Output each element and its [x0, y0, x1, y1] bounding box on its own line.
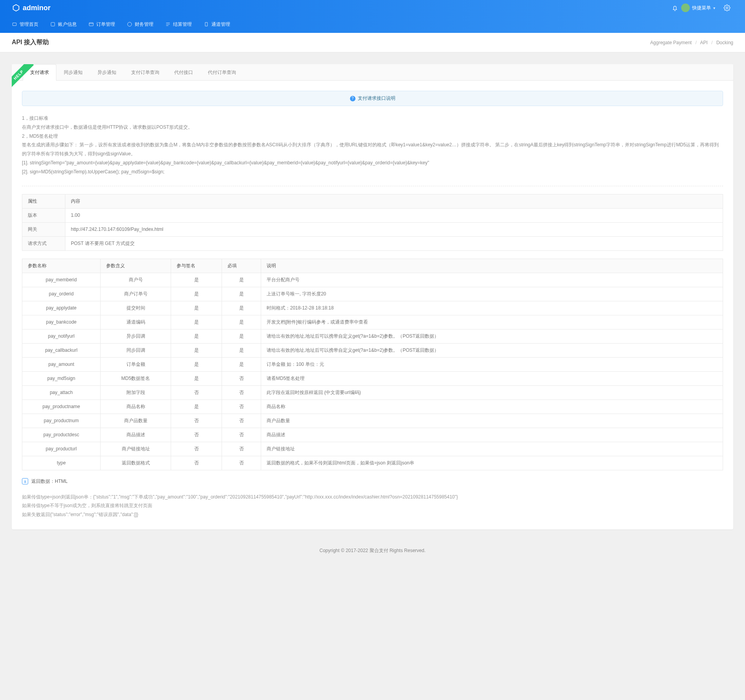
p-required: 是: [222, 343, 261, 357]
p-required: 是: [222, 357, 261, 371]
kv-val: http://47.242.170.147:60109/Pay_Index.ht…: [65, 222, 723, 236]
p-meaning: 商户号: [101, 273, 171, 287]
tab-payout[interactable]: 代付接口: [167, 64, 200, 81]
return-lines: 如果传值type=json则返回json串：{"ststus":"1","msg…: [22, 493, 723, 519]
p-meaning: 同步回调: [101, 343, 171, 357]
p-name: pay_orderid: [22, 287, 101, 301]
quick-menu-dropdown[interactable]: 快捷菜单 ▾: [681, 4, 715, 12]
p-name: pay_producturl: [22, 442, 101, 456]
kv-key: 请求方式: [22, 236, 65, 250]
desc-line: 签名生成的通用步骤如下： 第一步，设所有发送或者接收到的数据为集合M，将集合M内…: [22, 140, 723, 158]
breadcrumb: Aggregate Payment / API / Docking: [650, 40, 733, 45]
p-required: 是: [222, 315, 261, 329]
p-required: 否: [222, 371, 261, 385]
p-meaning: 商户链接地址: [101, 442, 171, 456]
p-desc: 上送订单号唯一, 字符长度20: [261, 287, 723, 301]
tabs: 支付请求 同步通知 异步通知 支付订单查询 代付接口 代付订单查询: [12, 64, 733, 81]
ph3: 必填: [222, 259, 261, 273]
kv-val: POST 请不要用 GET 方式提交: [65, 236, 723, 250]
brand-text: adminor: [23, 4, 51, 12]
svg-point-4: [128, 22, 132, 27]
p-meaning: 商户品数量: [101, 414, 171, 428]
table-row: pay_orderid 商户订单号 是 是 上送订单号唯一, 字符长度20: [22, 287, 723, 301]
info-bar: ? 支付请求接口说明: [22, 91, 723, 106]
desc-line: [2]. sign=MD5(stringSignTemp).toUpperCas…: [22, 167, 723, 176]
p-desc: 商品描述: [261, 428, 723, 442]
p-name: pay_md5sign: [22, 371, 101, 385]
p-sign: 是: [171, 273, 222, 287]
p-sign: 否: [171, 428, 222, 442]
p-meaning: 返回数据格式: [101, 456, 171, 470]
kv-key: 版本: [22, 208, 65, 222]
table-row: pay_attach 附加字段 否 否 此字段在返回时按原样返回 (中文需要ur…: [22, 385, 723, 399]
nav-home-label: 管理首页: [20, 21, 38, 28]
p-required: 否: [222, 456, 261, 470]
nav-settle[interactable]: 结算管理: [165, 16, 192, 33]
kv-val: 1.00: [65, 208, 723, 222]
p-meaning: 商品名称: [101, 399, 171, 414]
nav-finance[interactable]: 财务管理: [127, 16, 153, 33]
p-name: pay_productdesc: [22, 428, 101, 442]
brand-logo[interactable]: adminor: [12, 4, 51, 12]
nav-account[interactable]: 账户信息: [50, 16, 77, 33]
chevron-down-icon: ▾: [713, 6, 715, 10]
nav-orders[interactable]: 订单管理: [88, 16, 115, 33]
p-sign: 是: [171, 399, 222, 414]
p-required: 否: [222, 414, 261, 428]
p-name: pay_applydate: [22, 301, 101, 315]
ph1: 参数含义: [101, 259, 171, 273]
p-meaning: 提交时间: [101, 301, 171, 315]
p-desc: 此字段在返回时按原样返回 (中文需要url编码): [261, 385, 723, 399]
p-sign: 是: [171, 329, 222, 343]
tab-pay-query[interactable]: 支付订单查询: [124, 64, 167, 81]
table-row: pay_applydate 提交时间 是 是 时间格式：2018-12-28 1…: [22, 301, 723, 315]
table-row: pay_productdesc 商品描述 否 否 商品描述: [22, 428, 723, 442]
table-row: pay_bankcode 通道编码 是 是 开发文档[附件]银行编码参考，或通道…: [22, 315, 723, 329]
avatar: [681, 4, 690, 12]
gear-icon[interactable]: [721, 4, 733, 11]
table-row: pay_productname 商品名称 是 否 商品名称: [22, 399, 723, 414]
p-name: pay_callbackurl: [22, 343, 101, 357]
desc-line: 2，MD5签名处理: [22, 132, 723, 141]
desc-line: [1]. stringSignTemp="pay_amount={value}&…: [22, 158, 723, 167]
tab-payout-query[interactable]: 代付订单查询: [200, 64, 244, 81]
nav-finance-label: 财务管理: [135, 21, 153, 28]
crumb-1[interactable]: API: [700, 40, 707, 45]
p-meaning: 商品描述: [101, 428, 171, 442]
p-required: 否: [222, 385, 261, 399]
nav-orders-label: 订单管理: [96, 21, 115, 28]
nav-home[interactable]: 管理首页: [12, 16, 38, 33]
p-meaning: 附加字段: [101, 385, 171, 399]
nav-channel-label: 通道管理: [211, 21, 230, 28]
desc-line: 在商户支付请求接口中，数据通信是使用HTTP协议，请求数据以POST形式提交。: [22, 123, 723, 132]
kv-h1: 内容: [65, 194, 723, 208]
tab-sync-notify[interactable]: 同步通知: [56, 64, 90, 81]
p-name: pay_attach: [22, 385, 101, 399]
ph2: 参与签名: [171, 259, 222, 273]
p-desc: 返回数据的格式，如果不传则返回html页面，如果值=json 则返回json串: [261, 456, 723, 470]
p-desc: 平台分配商户号: [261, 273, 723, 287]
nav-settle-label: 结算管理: [173, 21, 192, 28]
p-meaning: 异步回调: [101, 329, 171, 343]
p-required: 否: [222, 428, 261, 442]
table-row: pay_callbackurl 同步回调 是 是 请给出有效的地址,地址后可以携…: [22, 343, 723, 357]
bell-icon[interactable]: [669, 4, 681, 11]
p-required: 否: [222, 442, 261, 456]
table-row: 请求方式 POST 请不要用 GET 方式提交: [22, 236, 723, 250]
p-required: 是: [222, 301, 261, 315]
svg-rect-1: [13, 23, 16, 26]
quick-menu-label: 快捷菜单: [692, 5, 711, 11]
page-title: API 接入帮助: [12, 38, 49, 47]
table-row: pay_md5sign MD5数据签名 是 否 请看MD5签名处理: [22, 371, 723, 385]
tab-async-notify[interactable]: 异步通知: [90, 64, 124, 81]
table-row: pay_notifyurl 异步回调 是 是 请给出有效的地址,地址后可以携带自…: [22, 329, 723, 343]
nav-channel[interactable]: 通道管理: [204, 16, 230, 33]
p-desc: 请给出有效的地址,地址后可以携带自定义get(?a=1&b=2)参数。（POST…: [261, 343, 723, 357]
p-sign: 是: [171, 301, 222, 315]
p-name: pay_notifyurl: [22, 329, 101, 343]
main-nav: 管理首页 账户信息 订单管理 财务管理 结算管理 通道管理: [0, 16, 745, 33]
footer: Copyright © 2017-2022 聚合支付 Rights Reserv…: [0, 541, 745, 560]
ph4: 说明: [261, 259, 723, 273]
p-required: 是: [222, 273, 261, 287]
crumb-0[interactable]: Aggregate Payment: [650, 40, 692, 45]
